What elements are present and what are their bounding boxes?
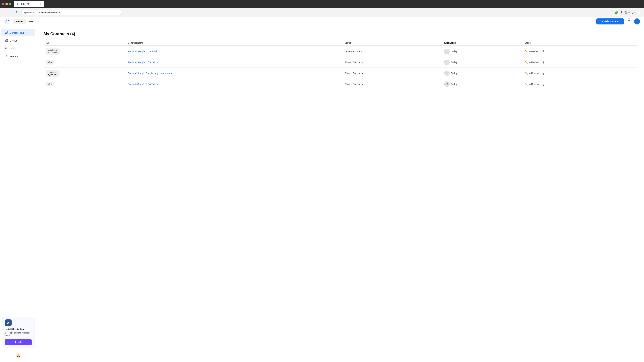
col-last-edited[interactable]: Last Edited ↑ [442,40,523,45]
pencil-icon-3: ✏️ [525,83,528,85]
browser-tab[interactable]: 🐦 Robin AI ✕ [14,1,44,7]
traffic-lights [2,3,11,5]
user-avatar-2: LD [444,70,450,76]
edit-time-0: Today [451,50,457,53]
help-button[interactable]: ? [626,18,632,24]
upload-label: Upload Contract [600,20,618,23]
type-badge-3: NDA [46,82,54,86]
group-name-2: Shared Contracts [344,72,363,75]
address-input[interactable] [21,10,122,15]
cell-last-edited-1: LD Today [442,57,523,67]
table-row: NDA Robin AI Sample NDA 2.docx Shared Co… [44,79,637,89]
type-badge-2: SupplierAgreement [46,70,60,77]
user-avatar-1: LD [444,60,450,65]
more-options-button-1[interactable]: ⋮ [540,60,546,65]
more-options-button-0[interactable]: ⋮ [540,49,546,54]
notifications-button[interactable]: 🔔 [16,353,21,358]
cell-stage-0: ✏️ In Review ⋮ [523,45,637,57]
sidebar: Contract Hub Groups Users Settings W Ins… [0,26,37,362]
cell-type-1: NDA [44,57,126,67]
user-avatar-0: LD [444,49,450,54]
group-name-3: Shared Contracts [344,83,363,85]
sort-arrow-icon: ↑ [457,42,458,44]
sidebar-label-contract-hub: Contract Hub [10,31,25,34]
company-name: Moodjoy [29,20,39,23]
col-type: Type [44,40,126,45]
sidebar-item-groups[interactable]: Groups [1,37,36,44]
table-row: NDA Robin AI Sample NDA 1.docx Shared Co… [44,57,637,67]
col-contract-name: Contract Name [126,40,342,45]
tab-title: Robin AI [20,3,29,5]
svg-rect-5 [5,40,6,41]
user-avatar-3: LD [444,81,450,87]
new-tab-button[interactable]: + [46,2,48,6]
app-header: Review Moodjoy Upload Contract ↑ ? LD [0,17,644,26]
more-options-button-3[interactable]: ⋮ [540,81,546,87]
app-body: Contract Hub Groups Users Settings W Ins… [0,26,644,362]
addin-title: Install the Add-in [5,328,32,331]
sidebar-item-settings[interactable]: Settings [1,53,36,60]
cell-group-1: Shared Contracts [342,57,442,67]
settings-icon [5,54,8,58]
address-bar-row: ← → ↻ ☆ 🧩 ⬇ 🕵 Incognito ⋮ [0,8,644,17]
users-icon [5,46,8,50]
page-title: My Contracts (4) [44,31,637,36]
addin-description: Get Reports within Microsoft Word! [5,332,32,337]
svg-point-1 [8,19,9,21]
cell-group-3: Shared Contracts [342,79,442,89]
cell-last-edited-3: LD Today [442,79,523,89]
type-badge-1: NDA [46,60,54,64]
tab-close-button[interactable]: ✕ [39,3,41,5]
back-button[interactable]: ← [3,10,7,15]
reload-button[interactable]: ↻ [16,10,19,15]
cell-group-0: Developer group [342,45,442,57]
bookmark-icon[interactable]: ☆ [610,10,613,14]
upload-contract-button[interactable]: Upload Contract ↑ [596,18,624,24]
contract-link-3[interactable]: Robin AI Sample NDA 2.docx [128,83,158,85]
more-menu-icon[interactable]: ⋮ [638,10,641,14]
sidebar-item-users[interactable]: Users [1,45,36,52]
cell-last-edited-2: LD Today [442,67,523,79]
minimize-traffic-light[interactable] [5,3,8,5]
maximize-traffic-light[interactable] [9,3,11,5]
upload-icon: ↑ [619,20,620,23]
col-group: Group [342,40,442,45]
address-bar-icons: ☆ 🧩 ⬇ 🕵 Incognito ⋮ [610,10,641,14]
cell-last-edited-0: LD Today [442,45,523,57]
sidebar-item-contract-hub[interactable]: Contract Hub [1,29,36,36]
review-button[interactable]: Review [13,19,26,24]
stage-label-2: In Review [528,72,539,75]
word-icon: W [5,320,12,326]
addin-card: W Install the Add-in Get Reports within … [2,317,35,348]
incognito-icon: 🕵 [625,11,628,13]
extensions-icon[interactable]: 🧩 [615,10,618,14]
svg-rect-3 [5,39,6,40]
contracts-table: Type Contract Name Group Last Edited ↑ S… [44,40,637,89]
sidebar-label-settings: Settings [10,55,18,58]
contract-link-2[interactable]: Robin AI Sample Supplier Agreement.docx [128,72,172,75]
more-options-button-2[interactable]: ⋮ [540,70,546,76]
edit-time-3: Today [451,83,457,85]
download-icon[interactable]: ⬇ [620,10,623,14]
pencil-icon-0: ✏️ [525,50,528,53]
cell-contract-name-3: Robin AI Sample NDA 2.docx [126,79,342,89]
install-addin-button[interactable]: Install [5,339,32,345]
stage-label-1: In Review [528,61,539,64]
pencil-icon-2: ✏️ [525,72,528,75]
edit-time-1: Today [451,61,457,64]
groups-icon [5,39,8,42]
tab-favicon: 🐦 [16,3,19,5]
close-traffic-light[interactable] [2,3,4,5]
svg-rect-6 [6,40,8,41]
forward-button[interactable]: → [9,10,14,15]
contract-link-0[interactable]: Robin AI Sample Contract.docx [128,50,160,53]
user-avatar-header[interactable]: LD [634,18,640,24]
col-stage: Stage [523,40,637,45]
sidebar-label-users: Users [10,47,16,50]
browser-chrome: 🐦 Robin AI ✕ + [0,0,644,8]
contract-link-1[interactable]: Robin AI Sample NDA 1.docx [128,61,158,64]
table-row: SupplierAgreement Robin AI Sample Suppli… [44,67,637,79]
cell-stage-3: ✏️ In Review ⋮ [523,79,637,89]
header-right: Upload Contract ↑ ? LD [596,18,640,24]
cell-stage-1: ✏️ In Review ⋮ [523,57,637,67]
